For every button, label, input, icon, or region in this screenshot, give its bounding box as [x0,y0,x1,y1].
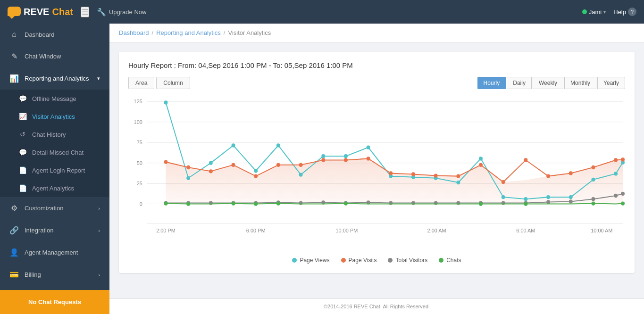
legend-chats: Chats [439,257,461,264]
sidebar-item-chat-history[interactable]: ↺ Chat History [0,125,109,143]
sidebar: ⌂ Dashboard ✎ Chat Window 📊 Reporting an… [0,24,109,314]
sidebar-item-integration[interactable]: 🔗 Integration › [0,219,109,241]
svg-point-52 [389,171,393,175]
svg-point-46 [254,174,258,178]
chats-dot [439,258,443,263]
user-info[interactable]: Jami ▾ [582,8,606,16]
sidebar-billing-label: Billing [25,271,92,278]
svg-point-45 [232,163,235,167]
svg-point-95 [621,201,625,205]
svg-text:75: 75 [137,140,142,145]
sidebar-item-reporting[interactable]: 📊 Reporting and Analytics ▾ [0,67,109,90]
svg-point-25 [276,143,280,147]
svg-point-26 [299,173,303,176]
help-button[interactable]: Help ? [613,8,636,16]
upgrade-button[interactable]: 🔧 Upgrade Now [97,8,147,17]
svg-point-94 [591,201,595,205]
logo-chat: Chat [52,7,73,17]
report-card: Hourly Report : From: 04,Sep 2016 1:00 P… [119,52,635,273]
sidebar-offline-message-label: Offline Message [32,95,76,102]
help-label: Help [613,8,626,16]
report-title: Hourly Report : From: 04,Sep 2016 1:00 P… [128,61,625,69]
chart-container: 125 100 75 50 25 0 2:00 PM 6:00 PM 10:00… [128,97,625,248]
svg-point-22 [209,161,213,165]
chat-history-icon: ↺ [19,131,26,138]
page-visits-label: Page Visits [349,257,377,264]
svg-point-92 [479,202,483,206]
sidebar-item-agent-analytics[interactable]: 📄 Agent Analytics [0,179,109,197]
sidebar-sub-reporting: 💬 Offline Message 📈 Visitor Analytics ↺ … [0,90,109,197]
time-weekly-button[interactable]: Weekly [533,77,563,89]
svg-point-47 [276,163,280,167]
dashboard-icon: ⌂ [9,30,19,39]
page-views-label: Page Views [300,257,329,264]
svg-text:10:00 AM: 10:00 AM [591,227,612,233]
svg-point-93 [524,202,527,206]
svg-text:50: 50 [137,160,142,166]
svg-point-42 [164,160,167,164]
topbar: REVE Chat ☰ 🔧 Upgrade Now Jami ▾ Help ? [0,0,644,24]
time-yearly-button[interactable]: Yearly [597,77,625,89]
sidebar-item-customization[interactable]: ⚙ Customization › [0,197,109,219]
chart-type-column-button[interactable]: Column [156,77,190,89]
svg-point-40 [614,172,618,175]
svg-text:0: 0 [140,201,142,207]
reporting-icon: 📊 [9,74,19,83]
legend-page-views: Page Views [292,257,329,264]
breadcrumb: Dashboard / Reporting and Analytics / Vi… [109,24,644,42]
breadcrumb-sep-1: / [152,29,154,36]
sidebar-chat-history-label: Chat History [32,131,66,138]
chart-type-area-button[interactable]: Area [128,77,154,89]
time-daily-button[interactable]: Daily [507,77,532,89]
visitor-analytics-icon: 📈 [19,113,26,120]
svg-point-61 [591,165,595,169]
sidebar-item-agent-login[interactable]: 📄 Agent Login Report [0,161,109,179]
chart-type-buttons: Area Column [128,77,190,89]
visitor-analytics-chart: 125 100 75 50 25 0 2:00 PM 6:00 PM 10:00… [128,97,625,238]
no-chat-requests-button[interactable]: No Chat Requests [0,290,109,314]
sidebar-item-billing[interactable]: 💳 Billing › [0,264,109,286]
integration-chevron-icon: › [98,228,100,233]
svg-text:6:00 AM: 6:00 AM [516,227,535,233]
svg-point-29 [367,145,370,149]
time-monthly-button[interactable]: Monthly [564,77,596,89]
svg-point-39 [591,178,595,182]
total-visitors-dot [388,258,393,263]
sidebar-visitor-analytics-label: Visitor Analytics [32,113,75,120]
main-layout: ⌂ Dashboard ✎ Chat Window 📊 Reporting an… [0,24,644,314]
upgrade-label: Upgrade Now [109,8,147,16]
svg-point-85 [621,192,625,196]
sidebar-item-offline-message[interactable]: 💬 Offline Message [0,90,109,107]
sidebar-item-detail-missed[interactable]: 💬 Detail Missed Chat [0,143,109,161]
sidebar-integration-label: Integration [25,227,92,234]
svg-point-34 [479,157,483,160]
logo-bubble [8,7,21,16]
breadcrumb-sep-2: / [224,29,226,36]
svg-point-28 [344,154,348,158]
hamburger-button[interactable]: ☰ [81,7,89,17]
agent-management-icon: 👤 [9,248,19,257]
legend-page-visits: Page Visits [341,257,377,264]
help-circle-icon: ? [628,8,636,16]
sidebar-item-dashboard[interactable]: ⌂ Dashboard [0,24,109,45]
sidebar-detail-missed-label: Detail Missed Chat [32,149,84,156]
breadcrumb-current: Visitor Analytics [228,29,271,36]
agent-analytics-icon: 📄 [19,184,26,192]
breadcrumb-reporting[interactable]: Reporting and Analytics [156,29,221,36]
svg-point-58 [524,158,527,162]
svg-point-59 [546,174,550,178]
integration-icon: 🔗 [9,226,19,235]
time-hourly-button[interactable]: Hourly [477,77,506,89]
svg-point-63 [621,157,625,161]
svg-point-21 [186,176,190,180]
detail-missed-icon: 💬 [19,149,26,156]
sidebar-item-chat-window[interactable]: ✎ Chat Window [0,45,109,67]
svg-point-53 [411,172,415,176]
logo: REVE Chat [8,7,73,17]
sidebar-item-agent-management[interactable]: 👤 Agent Management [0,241,109,264]
svg-point-81 [546,200,550,204]
svg-point-33 [456,181,460,184]
svg-point-88 [232,201,235,205]
breadcrumb-dashboard[interactable]: Dashboard [119,29,149,36]
sidebar-item-visitor-analytics[interactable]: 📈 Visitor Analytics [0,107,109,125]
